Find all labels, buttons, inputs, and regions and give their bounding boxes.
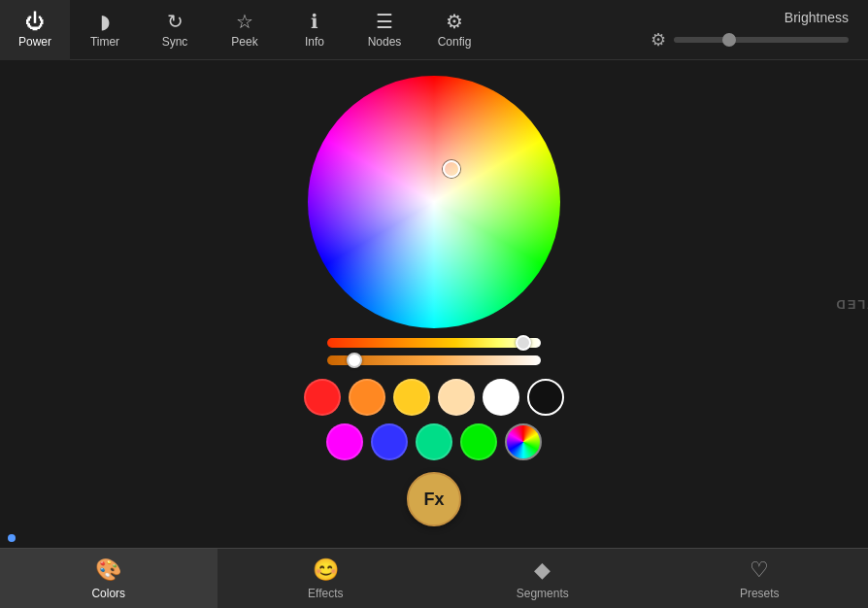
color-wheel-container[interactable] (308, 76, 560, 328)
color-temperature-slider[interactable] (327, 338, 541, 348)
bottom-nav-label-effects: Effects (308, 587, 343, 600)
nav-item-timer[interactable]: ◗ Timer (70, 0, 140, 60)
nav-item-info[interactable]: ℹ Info (280, 0, 350, 60)
bottom-nav-segments[interactable]: ◆ Segments (434, 549, 651, 608)
brightness-slider-row: ⚙ (651, 29, 849, 51)
nav-item-nodes[interactable]: ☰ Nodes (350, 0, 419, 60)
sliders-container (327, 338, 541, 365)
effects-icon: 😊 (313, 557, 339, 583)
brightness-row: Brightness ⚙ (651, 10, 849, 51)
nav-item-config[interactable]: ⚙ Config (419, 0, 489, 60)
nav-label-peek: Peek (231, 35, 257, 49)
swatches-container (304, 379, 564, 460)
bottom-nav-effects[interactable]: 😊 Effects (217, 549, 435, 608)
nav-label-sync: Sync (162, 35, 188, 49)
bottom-nav-presets[interactable]: ♡ Presets (651, 549, 869, 608)
config-icon: ⚙ (446, 12, 463, 31)
nav-item-sync[interactable]: ↻ Sync (140, 0, 210, 60)
nav-label-timer: Timer (90, 35, 119, 49)
swatch-rainbow[interactable] (505, 423, 542, 460)
dot-indicator (8, 534, 16, 542)
color-wheel-picker[interactable] (443, 160, 460, 178)
swatch-row-2 (304, 423, 564, 460)
bottom-nav-label-colors: Colors (91, 587, 125, 600)
presets-icon: ♡ (750, 557, 769, 583)
nav-label-config: Config (438, 35, 472, 49)
swatch-green[interactable] (460, 423, 497, 460)
brightness-label: Brightness (785, 10, 849, 25)
nav-label-nodes: Nodes (368, 35, 402, 49)
nodes-icon: ☰ (376, 12, 393, 31)
swatch-warm-white[interactable] (438, 379, 475, 416)
swatch-teal[interactable] (416, 423, 452, 460)
nav-item-peek[interactable]: ☆ Peek (210, 0, 280, 60)
bottom-navigation: 🎨 Colors 😊 Effects ◆ Segments ♡ Presets (0, 548, 868, 608)
swatch-black[interactable] (527, 379, 564, 416)
top-navigation: ⏻ Power ◗ Timer ↻ Sync ☆ Peek ℹ Info ☰ N… (0, 0, 868, 60)
main-content: Fx (0, 60, 868, 548)
brightness-slider[interactable] (674, 37, 849, 43)
white-balance-slider[interactable] (327, 355, 541, 365)
bottom-nav-colors[interactable]: 🎨 Colors (0, 549, 217, 608)
swatch-red[interactable] (304, 379, 341, 416)
color-wheel[interactable] (308, 76, 560, 328)
sync-icon: ↻ (167, 12, 184, 31)
nav-label-power: Power (18, 35, 51, 49)
nav-label-info: Info (305, 35, 324, 49)
swatch-blue[interactable] (371, 423, 408, 460)
swatch-row-1 (304, 379, 564, 416)
colors-icon: 🎨 (95, 557, 121, 583)
swatch-orange[interactable] (349, 379, 385, 416)
power-icon: ⏻ (25, 12, 45, 31)
brightness-control: Brightness ⚙ (651, 10, 868, 51)
peek-icon: ☆ (236, 12, 253, 31)
swatch-white[interactable] (483, 379, 519, 416)
fx-button-label: Fx (423, 490, 444, 510)
timer-icon: ◗ (100, 12, 111, 31)
nav-item-power[interactable]: ⏻ Power (0, 0, 70, 60)
info-icon: ℹ (311, 12, 318, 31)
bottom-nav-label-segments: Segments (517, 587, 569, 600)
bottom-nav-label-presets: Presets (740, 587, 780, 600)
swatch-yellow[interactable] (393, 379, 430, 416)
fx-button[interactable]: Fx (407, 472, 461, 526)
brightness-gear-icon[interactable]: ⚙ (651, 29, 666, 51)
swatch-magenta[interactable] (326, 423, 363, 460)
segments-icon: ◆ (534, 557, 551, 583)
